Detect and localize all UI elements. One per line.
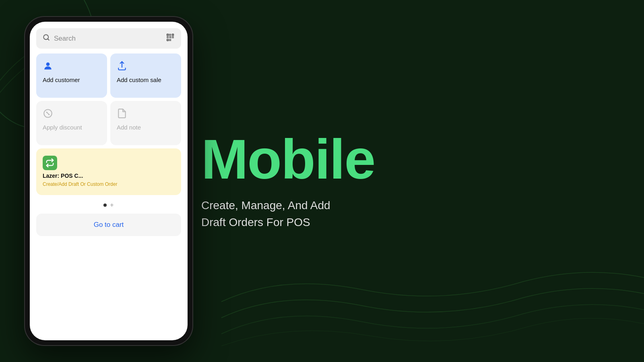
app-tile-description: Create/Add Draft Or Custom Order [43, 181, 175, 188]
add-note-label: Add note [117, 123, 175, 132]
action-tiles-grid: Add customer Add custom sale [36, 53, 181, 145]
svg-point-19 [47, 112, 47, 113]
hero-section: Mobile Create, Manage, And Add Draft Ord… [169, 107, 644, 255]
svg-rect-2 [167, 34, 169, 36]
add-customer-tile[interactable]: Add customer [36, 53, 107, 98]
search-placeholder-text: Search [54, 35, 162, 43]
apply-discount-label: Apply discount [43, 123, 101, 132]
svg-point-20 [49, 114, 49, 115]
active-dot [103, 204, 107, 207]
search-icon [43, 34, 50, 43]
svg-rect-3 [172, 34, 174, 36]
hero-subtitle: Create, Manage, And Add Draft Orders For… [201, 197, 443, 231]
cart-button-label: Go to cart [94, 221, 124, 228]
go-to-cart-button[interactable]: Go to cart [36, 214, 181, 236]
search-bar[interactable]: Search [36, 28, 181, 49]
hero-subtitle-line2: Draft Orders For POS [201, 216, 310, 228]
apply-discount-tile[interactable]: Apply discount [36, 101, 107, 145]
note-icon [117, 108, 175, 120]
hero-subtitle-line1: Create, Manage, And Add [201, 199, 330, 212]
pagination-dots: + [36, 198, 181, 210]
app-tile-name: Lazer: POS C... [43, 173, 175, 179]
app-tile[interactable]: Lazer: POS C... Create/Add Draft Or Cust… [36, 148, 181, 195]
add-customer-label: Add customer [43, 76, 101, 84]
add-custom-sale-label: Add custom sale [117, 76, 175, 84]
svg-line-1 [47, 39, 49, 40]
add-note-tile[interactable]: Add note [110, 101, 181, 145]
discount-icon [43, 108, 101, 120]
phone-frame: Search [24, 16, 193, 346]
svg-rect-4 [167, 39, 169, 41]
upload-icon [117, 61, 175, 73]
app-tile-icon [43, 156, 57, 170]
person-icon [43, 61, 101, 73]
barcode-icon[interactable] [166, 33, 175, 44]
svg-point-15 [46, 62, 50, 66]
phone-screen: Search [30, 22, 188, 340]
screen-content: Search [30, 22, 188, 340]
add-page-button[interactable]: + [110, 202, 114, 209]
phone-mockup: Search [24, 16, 193, 346]
hero-headline: Mobile [201, 131, 612, 187]
add-custom-sale-tile[interactable]: Add custom sale [110, 53, 181, 98]
